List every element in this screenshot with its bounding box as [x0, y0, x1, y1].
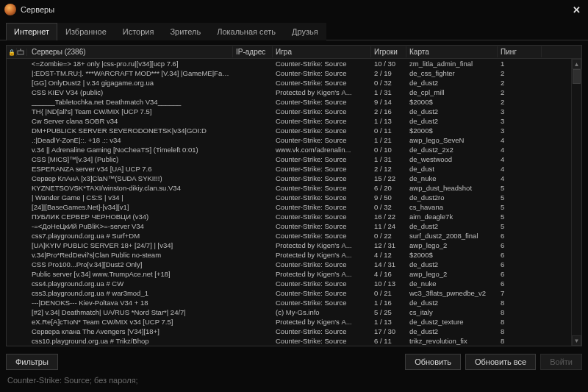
column-ip[interactable]: IP-адрес	[233, 46, 273, 57]
column-headers: 🔒 Серверы (2386) IP-адрес Игра Игроки Ка…	[7, 46, 581, 59]
tab-bar: ИнтернетИзбранноеИсторияЗрительЛокальная…	[0, 19, 588, 40]
server-name: css10.playground.org.ua # Trikz/Bhop	[27, 335, 233, 346]
close-icon[interactable]: ✕	[570, 3, 584, 17]
refresh-all-button[interactable]: Обновить все	[465, 354, 536, 370]
scrollbar[interactable]: ▲ ▼	[571, 59, 581, 346]
app-icon	[4, 4, 16, 15]
status-text: Counter-Strike: Source; без пароля;	[0, 374, 588, 392]
refresh-button[interactable]: Обновить	[405, 354, 461, 370]
server-map: trikz_revolution_fix	[406, 335, 498, 346]
server-row[interactable]: css10.playground.org.ua # Trikz/BhopCoun…	[7, 336, 581, 346]
scroll-down-icon[interactable]: ▼	[572, 335, 581, 346]
column-password[interactable]: 🔒	[7, 48, 17, 56]
tab-4[interactable]: Локальная сеть	[209, 23, 284, 40]
column-map[interactable]: Карта	[406, 46, 498, 57]
window-title: Серверы	[21, 5, 54, 14]
filters-button[interactable]: Фильтры	[6, 354, 58, 370]
svg-point-2	[20, 49, 21, 50]
server-rows: <=Zombie=> 18+ only |css-pro.ru|[v34][uc…	[7, 59, 581, 346]
scroll-track[interactable]	[572, 69, 581, 335]
column-ping[interactable]: Пинг	[498, 46, 542, 57]
scroll-thumb[interactable]	[573, 69, 581, 84]
footer-bar: Фильтры Обновить Обновить все Войти	[0, 349, 588, 374]
tab-2[interactable]: История	[115, 23, 162, 40]
server-players: 6 / 11	[371, 335, 406, 346]
column-bots[interactable]	[17, 49, 27, 56]
scroll-up-icon[interactable]: ▲	[572, 59, 581, 69]
lock-icon: 🔒	[8, 49, 15, 56]
tab-1[interactable]: Избранное	[57, 23, 115, 40]
tab-3[interactable]: Зритель	[162, 23, 209, 40]
tab-5[interactable]: Друзья	[284, 23, 326, 40]
server-list-panel: 🔒 Серверы (2386) IP-адрес Игра Игроки Ка…	[6, 45, 582, 346]
join-button[interactable]: Войти	[540, 354, 582, 370]
server-game: Counter-Strike: Source	[273, 335, 371, 346]
bot-icon	[17, 49, 26, 56]
column-game[interactable]: Игра	[273, 46, 371, 57]
column-servers[interactable]: Серверы (2386)	[27, 46, 233, 57]
server-browser-window: Серверы ✕ ИнтернетИзбранноеИсторияЗрител…	[0, 0, 588, 392]
svg-rect-0	[18, 51, 24, 54]
server-ping: 8	[498, 335, 542, 346]
tab-0[interactable]: Интернет	[6, 23, 57, 40]
column-players[interactable]: Игроки	[371, 46, 406, 57]
titlebar: Серверы ✕	[0, 0, 588, 19]
